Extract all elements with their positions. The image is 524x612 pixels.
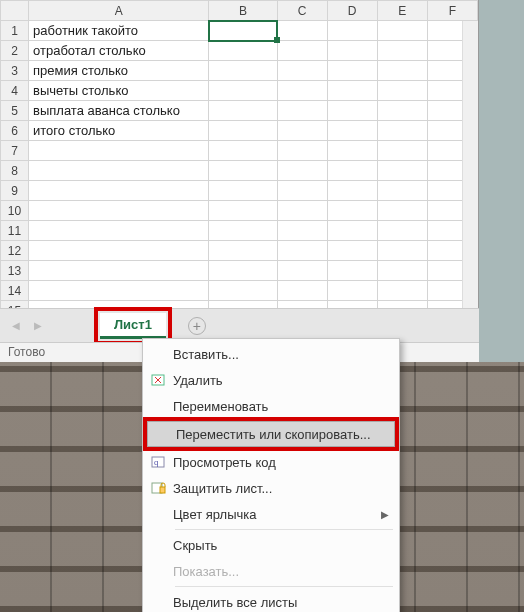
row-header[interactable]: 12 bbox=[1, 241, 29, 261]
cell[interactable] bbox=[277, 181, 327, 201]
cell[interactable]: итого столько bbox=[29, 121, 209, 141]
cell[interactable] bbox=[327, 141, 377, 161]
cell[interactable] bbox=[277, 101, 327, 121]
row-header[interactable]: 1 bbox=[1, 21, 29, 41]
row-header[interactable]: 6 bbox=[1, 121, 29, 141]
cell[interactable] bbox=[377, 121, 427, 141]
cell[interactable] bbox=[209, 241, 277, 261]
add-sheet-button[interactable]: + bbox=[188, 317, 206, 335]
row-header[interactable]: 7 bbox=[1, 141, 29, 161]
cell[interactable] bbox=[327, 101, 377, 121]
cell[interactable] bbox=[277, 241, 327, 261]
cell[interactable] bbox=[29, 141, 209, 161]
cell[interactable] bbox=[209, 221, 277, 241]
row-header[interactable]: 14 bbox=[1, 281, 29, 301]
cell[interactable] bbox=[277, 281, 327, 301]
cell[interactable] bbox=[377, 101, 427, 121]
cell[interactable] bbox=[277, 81, 327, 101]
cell[interactable]: вычеты столько bbox=[29, 81, 209, 101]
cell[interactable] bbox=[209, 201, 277, 221]
cell[interactable] bbox=[377, 201, 427, 221]
cell[interactable] bbox=[209, 61, 277, 81]
cell[interactable] bbox=[209, 161, 277, 181]
cell[interactable] bbox=[327, 21, 377, 41]
cell[interactable] bbox=[277, 41, 327, 61]
cell[interactable] bbox=[327, 161, 377, 181]
column-header[interactable]: E bbox=[377, 1, 427, 21]
cell[interactable] bbox=[377, 241, 427, 261]
cell[interactable] bbox=[377, 141, 427, 161]
row-header[interactable]: 8 bbox=[1, 161, 29, 181]
cell[interactable] bbox=[209, 181, 277, 201]
cell[interactable] bbox=[29, 241, 209, 261]
row-header[interactable]: 13 bbox=[1, 261, 29, 281]
cell[interactable] bbox=[277, 21, 327, 41]
cell[interactable] bbox=[327, 81, 377, 101]
cell[interactable] bbox=[327, 61, 377, 81]
cell[interactable] bbox=[327, 121, 377, 141]
column-header[interactable]: C bbox=[277, 1, 327, 21]
cell[interactable] bbox=[327, 241, 377, 261]
column-header[interactable]: D bbox=[327, 1, 377, 21]
cell[interactable] bbox=[29, 261, 209, 281]
cell[interactable] bbox=[277, 161, 327, 181]
cell[interactable] bbox=[377, 221, 427, 241]
cell[interactable] bbox=[377, 261, 427, 281]
menu-protect[interactable]: Защитить лист... bbox=[145, 475, 397, 501]
cell[interactable] bbox=[377, 81, 427, 101]
cell[interactable] bbox=[327, 41, 377, 61]
cell[interactable] bbox=[377, 41, 427, 61]
cell[interactable] bbox=[327, 181, 377, 201]
cell[interactable]: работник такойто bbox=[29, 21, 209, 41]
menu-rename[interactable]: Переименовать bbox=[145, 393, 397, 419]
cell[interactable] bbox=[277, 261, 327, 281]
cell[interactable] bbox=[209, 101, 277, 121]
cell[interactable] bbox=[29, 181, 209, 201]
menu-view-code[interactable]: q Просмотреть код bbox=[145, 449, 397, 475]
cell[interactable] bbox=[327, 281, 377, 301]
row-header[interactable]: 11 bbox=[1, 221, 29, 241]
cell[interactable] bbox=[377, 181, 427, 201]
cell[interactable] bbox=[209, 121, 277, 141]
cell[interactable]: выплата аванса столько bbox=[29, 101, 209, 121]
cell[interactable] bbox=[277, 121, 327, 141]
cell[interactable] bbox=[29, 161, 209, 181]
cell[interactable] bbox=[377, 61, 427, 81]
grid[interactable]: ABCDEF 1работник такойто2отработал столь… bbox=[0, 0, 478, 321]
cell[interactable] bbox=[209, 141, 277, 161]
cell[interactable] bbox=[209, 21, 277, 41]
cell[interactable] bbox=[327, 221, 377, 241]
cell[interactable] bbox=[277, 201, 327, 221]
column-header[interactable]: F bbox=[427, 1, 477, 21]
cell[interactable]: отработал столько bbox=[29, 41, 209, 61]
column-header[interactable]: B bbox=[209, 1, 277, 21]
cell[interactable] bbox=[377, 281, 427, 301]
menu-select-all-sheets[interactable]: Выделить все листы bbox=[145, 589, 397, 612]
sheet-tab[interactable]: Лист1 bbox=[100, 313, 166, 339]
cell[interactable] bbox=[277, 221, 327, 241]
menu-insert[interactable]: Вставить... bbox=[145, 341, 397, 367]
select-all-corner[interactable] bbox=[1, 1, 29, 21]
menu-hide[interactable]: Скрыть bbox=[145, 532, 397, 558]
cell[interactable] bbox=[377, 21, 427, 41]
menu-tab-color[interactable]: Цвет ярлычка ▶ bbox=[145, 501, 397, 527]
cell[interactable]: премия столько bbox=[29, 61, 209, 81]
menu-move-copy[interactable]: Переместить или скопировать... bbox=[147, 421, 395, 447]
row-header[interactable]: 9 bbox=[1, 181, 29, 201]
row-header[interactable]: 5 bbox=[1, 101, 29, 121]
row-header[interactable]: 3 bbox=[1, 61, 29, 81]
cell[interactable] bbox=[327, 201, 377, 221]
cell[interactable] bbox=[29, 201, 209, 221]
cell[interactable] bbox=[377, 161, 427, 181]
cell[interactable] bbox=[209, 261, 277, 281]
tab-next-icon[interactable]: ▶ bbox=[28, 316, 48, 336]
row-header[interactable]: 4 bbox=[1, 81, 29, 101]
cell[interactable] bbox=[327, 261, 377, 281]
cell[interactable] bbox=[209, 41, 277, 61]
menu-delete[interactable]: Удалить bbox=[145, 367, 397, 393]
cell[interactable] bbox=[277, 141, 327, 161]
column-header[interactable]: A bbox=[29, 1, 209, 21]
cell[interactable] bbox=[277, 61, 327, 81]
cell[interactable] bbox=[209, 81, 277, 101]
row-header[interactable]: 2 bbox=[1, 41, 29, 61]
